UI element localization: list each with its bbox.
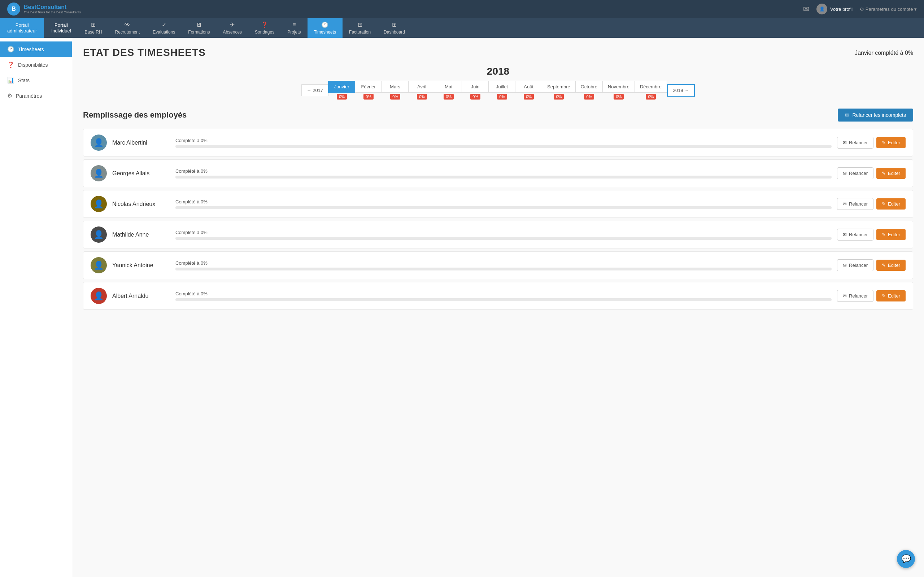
- editer-button[interactable]: ✎ Editer: [876, 137, 906, 148]
- portal-tab-individual[interactable]: Portailindividuel: [44, 18, 78, 38]
- chat-bubble[interactable]: 💬: [897, 550, 915, 568]
- menu-timesheets[interactable]: 🕐 Timesheets: [307, 18, 343, 38]
- editer-button[interactable]: ✎ Editer: [876, 229, 906, 240]
- relancer-icon: ✉: [843, 171, 847, 176]
- menu-facturation[interactable]: ⊞ Facturation: [342, 18, 377, 38]
- month-button-septembre[interactable]: Septembre: [542, 81, 576, 93]
- employee-actions: ✉ Relancer ✎ Editer: [837, 259, 906, 271]
- sidebar-item-parametres[interactable]: ⚙ Paramètres: [0, 88, 72, 103]
- progress-label: Complété à 0%: [175, 260, 832, 266]
- sidebar-item-label: Stats: [18, 77, 30, 83]
- month-aout: Août 0%: [515, 81, 542, 100]
- edit-icon: ✎: [882, 171, 886, 176]
- relancer-icon: ✉: [843, 293, 847, 298]
- portal-tabs: Portailadministrateur Portailindividuel: [0, 18, 78, 38]
- month-button-janvier[interactable]: Janvier: [328, 81, 355, 93]
- month-decembre: Décembre 0%: [635, 81, 667, 100]
- employees-section-title: Remplissage des employés: [83, 110, 187, 120]
- relancer-button[interactable]: ✉ Relancer: [837, 198, 874, 210]
- relancer-button[interactable]: ✉ Relancer: [837, 137, 874, 148]
- editer-button[interactable]: ✎ Editer: [876, 290, 906, 301]
- sondages-icon: ❓: [261, 21, 268, 28]
- month-novembre: Novembre 0%: [603, 81, 635, 100]
- table-row: 👤 Nicolas Andrieux Complété à 0% ✉ Relan…: [83, 190, 913, 218]
- relancer-button[interactable]: ✉ Relancer: [837, 290, 874, 302]
- progress-label: Complété à 0%: [175, 291, 832, 297]
- sidebar-item-stats[interactable]: 📊 Stats: [0, 73, 72, 88]
- menu-evaluations[interactable]: ✓ Evaluations: [146, 18, 181, 38]
- month-button-juin[interactable]: Juin: [462, 81, 489, 93]
- month-button-mars[interactable]: Mars: [381, 81, 409, 93]
- profile-link[interactable]: 👤 Votre profil: [816, 3, 853, 15]
- brand-icon: B: [7, 3, 20, 16]
- month-button-avril[interactable]: Avril: [408, 81, 435, 93]
- month-badge-mai: 0%: [444, 94, 454, 100]
- menu-base-rh[interactable]: ⊞ Base RH: [78, 18, 109, 38]
- progress-section: Complété à 0%: [175, 168, 832, 179]
- employee-name: Nicolas Andrieux: [112, 201, 170, 207]
- evaluations-icon: ✓: [162, 21, 166, 28]
- menu-formations[interactable]: 🖥 Formations: [181, 18, 216, 38]
- menu-dashboard[interactable]: ⊞ Dashboard: [377, 18, 412, 38]
- menu-sondages[interactable]: ❓ Sondages: [248, 18, 281, 38]
- next-year-button[interactable]: 2019 →: [667, 84, 695, 97]
- avatar: 👤: [90, 165, 107, 181]
- month-badge-avril: 0%: [417, 94, 427, 100]
- sidebar-item-disponibilites[interactable]: ❓ Disponibilités: [0, 57, 72, 73]
- progress-bar: [175, 268, 832, 271]
- relancer-all-button[interactable]: ✉ Relancer les incomplets: [838, 108, 913, 121]
- edit-icon: ✎: [882, 263, 886, 268]
- page-header: ETAT DES TIMESHEETS Janvier complété à 0…: [83, 47, 913, 58]
- brand-name: BestConsultant: [24, 4, 81, 10]
- month-badge-fevrier: 0%: [363, 94, 373, 100]
- month-button-decembre[interactable]: Décembre: [635, 81, 667, 93]
- month-button-juillet[interactable]: Juillet: [488, 81, 515, 93]
- month-button-mai[interactable]: Mai: [435, 81, 462, 93]
- employee-actions: ✉ Relancer ✎ Editer: [837, 290, 906, 302]
- progress-section: Complété à 0%: [175, 291, 832, 301]
- prev-year-button[interactable]: ← 2017: [301, 84, 329, 96]
- portal-tab-admin[interactable]: Portailadministrateur: [0, 18, 44, 38]
- editer-button[interactable]: ✎ Editer: [876, 198, 906, 210]
- month-badge-aout: 0%: [524, 94, 534, 100]
- table-row: 👤 Georges Allais Complété à 0% ✉ Relance…: [83, 160, 913, 187]
- params-link[interactable]: ⚙ Parametres du compte ▾: [860, 6, 917, 12]
- month-fevrier: Février 0%: [355, 81, 382, 100]
- month-button-aout[interactable]: Août: [515, 81, 542, 93]
- month-button-fevrier[interactable]: Février: [355, 81, 382, 93]
- table-row: 👤 Marc Albertini Complété à 0% ✉ Relance…: [83, 129, 913, 156]
- relancer-button[interactable]: ✉ Relancer: [837, 259, 874, 271]
- mail-icon[interactable]: ✉: [803, 5, 809, 13]
- month-septembre: Septembre 0%: [542, 81, 576, 100]
- progress-section: Complété à 0%: [175, 230, 832, 240]
- editer-button[interactable]: ✎ Editer: [876, 259, 906, 271]
- completion-status: Janvier complété à 0%: [855, 47, 913, 56]
- relancer-icon: ✉: [843, 263, 847, 268]
- month-button-novembre[interactable]: Novembre: [603, 81, 635, 93]
- editer-button[interactable]: ✎ Editer: [876, 168, 906, 179]
- menu-projets[interactable]: ≡ Projets: [281, 18, 307, 38]
- progress-section: Complété à 0%: [175, 138, 832, 148]
- month-badge-novembre: 0%: [614, 94, 624, 100]
- menu-absences[interactable]: ✈ Absences: [216, 18, 248, 38]
- relancer-button[interactable]: ✉ Relancer: [837, 167, 874, 179]
- edit-icon: ✎: [882, 140, 886, 145]
- sidebar-item-timesheets[interactable]: 🕐 Timesheets: [0, 42, 72, 57]
- year-label: 2018: [83, 66, 913, 77]
- progress-section: Complété à 0%: [175, 199, 832, 209]
- disponibilites-icon: ❓: [7, 61, 15, 68]
- edit-icon: ✎: [882, 201, 886, 206]
- month-janvier: Janvier 0%: [328, 81, 355, 100]
- avatar: 👤: [816, 3, 827, 15]
- main-content: ETAT DES TIMESHEETS Janvier complété à 0…: [72, 38, 924, 577]
- base-rh-icon: ⊞: [91, 21, 96, 28]
- relancer-button[interactable]: ✉ Relancer: [837, 229, 874, 240]
- progress-bar: [175, 237, 832, 240]
- relancer-all-label: Relancer les incomplets: [852, 112, 906, 118]
- month-button-octobre[interactable]: Octobre: [575, 81, 603, 93]
- brand-tagline: The Best Tools for the Best Consultants: [24, 10, 81, 14]
- month-mars: Mars 0%: [382, 81, 409, 100]
- employee-actions: ✉ Relancer ✎ Editer: [837, 198, 906, 210]
- menu-recrutement[interactable]: 👁 Recrutement: [109, 18, 147, 38]
- page-title: ETAT DES TIMESHEETS: [83, 47, 206, 58]
